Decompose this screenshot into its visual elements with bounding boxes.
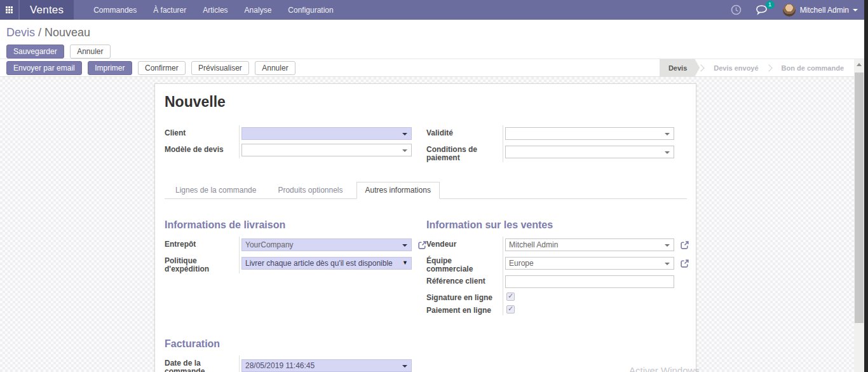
chevron-down-icon xyxy=(853,9,858,11)
chevron-right-icon xyxy=(698,64,705,71)
right-field-group: Validité Conditions de paiement xyxy=(426,125,687,162)
warehouse-label: Entrepôt xyxy=(165,237,239,253)
validity-field[interactable] xyxy=(505,127,674,140)
payment-terms-field[interactable] xyxy=(505,146,674,158)
apps-grid-icon xyxy=(6,6,13,13)
send-email-button[interactable]: Envoyer par email xyxy=(6,61,82,75)
client-label: Client xyxy=(165,125,239,142)
main-menu: Commandes À facturer Articles Analyse Co… xyxy=(85,0,342,20)
invoicing-section-title: Facturation xyxy=(165,338,426,350)
edit-controls: Sauvegarder Annuler xyxy=(6,45,868,59)
quotation-template-label: Modèle de devis xyxy=(165,142,239,158)
delivery-section-title: Informations de livraison xyxy=(165,219,426,231)
breadcrumb-separator: / xyxy=(35,26,44,39)
apps-menu-button[interactable] xyxy=(0,0,18,20)
activities-clock-icon[interactable] xyxy=(731,4,742,15)
user-menu[interactable]: Mitchell Admin xyxy=(800,6,849,15)
order-date-field[interactable]: 28/05/2019 11:46:45 xyxy=(241,359,412,372)
menu-configuration[interactable]: Configuration xyxy=(280,0,341,20)
messages-badge: 1 xyxy=(766,1,775,9)
tab-produits-optionnels[interactable]: Produits optionnels xyxy=(269,183,351,198)
statusbar: Envoyer par email Imprimer Confirmer Pré… xyxy=(0,59,868,77)
user-avatar[interactable] xyxy=(783,4,796,17)
scrollbar-up-arrow[interactable] xyxy=(854,59,864,69)
app-name[interactable]: Ventes xyxy=(20,0,74,20)
cancel-button[interactable]: Annuler xyxy=(255,61,295,75)
status-step-bon-de-commande[interactable]: Bon de commande xyxy=(773,59,853,77)
status-pipeline: Devis Devis envoyé Bon de commande xyxy=(660,59,853,77)
online-payment-label: Paiement en ligne xyxy=(426,303,503,315)
menu-commandes[interactable]: Commandes xyxy=(85,0,145,20)
delivery-section: Informations de livraison Entrepôt YourC… xyxy=(165,219,426,315)
quotation-template-field[interactable] xyxy=(241,144,412,156)
preview-button[interactable]: Prévisualiser xyxy=(191,61,249,75)
external-link-icon[interactable] xyxy=(680,259,689,268)
breadcrumb-parent-link[interactable]: Devis xyxy=(6,26,35,39)
validity-label: Validité xyxy=(426,125,503,142)
windows-activation-watermark: Activer Windows xyxy=(629,365,700,372)
salesperson-label: Vendeur xyxy=(426,237,503,253)
online-signature-label: Signature en ligne xyxy=(426,290,503,303)
external-link-icon[interactable] xyxy=(417,240,427,250)
sales-team-field[interactable]: Europe xyxy=(505,257,674,270)
menu-articles[interactable]: Articles xyxy=(194,0,236,20)
confirm-button[interactable]: Confirmer xyxy=(138,61,186,75)
breadcrumb: Devis / Nouveau xyxy=(6,26,868,39)
tab-autres-informations[interactable]: Autres informations xyxy=(356,182,440,199)
top-field-groups: Client Modèle de devis Validité Conditio… xyxy=(165,125,687,162)
discard-button[interactable]: Annuler xyxy=(70,45,110,59)
breadcrumb-bar: Devis / Nouveau Sauvegarder Annuler xyxy=(0,20,868,59)
triangle-up-icon xyxy=(857,63,862,66)
menu-analyse[interactable]: Analyse xyxy=(236,0,280,20)
vertical-scrollbar[interactable] xyxy=(854,59,864,372)
external-link-icon[interactable] xyxy=(680,240,689,250)
customer-reference-label: Référence client xyxy=(426,273,503,290)
print-button[interactable]: Imprimer xyxy=(88,61,132,75)
action-buttons: Envoyer par email Imprimer Confirmer Pré… xyxy=(6,61,299,75)
record-title: Nouvelle xyxy=(165,93,687,111)
tab-page-autres-informations: Informations de livraison Entrepôt YourC… xyxy=(165,219,687,372)
left-field-group: Client Modèle de devis xyxy=(165,125,426,162)
order-date-label: Date de la commande xyxy=(165,355,239,372)
status-step-devis[interactable]: Devis xyxy=(660,59,700,77)
payment-terms-label: Conditions de paiement xyxy=(426,142,503,162)
screen-right-edge xyxy=(864,0,868,372)
online-signature-checkbox[interactable] xyxy=(506,293,515,301)
scrollbar-thumb[interactable] xyxy=(855,72,864,323)
messages-icon[interactable]: 1 xyxy=(756,4,768,15)
form-sheet: Nouvelle Client Modèle de devis Validité… xyxy=(154,83,696,372)
tab-lignes-de-la-commande[interactable]: Lignes de la commande xyxy=(167,183,264,198)
sales-section: Information sur les ventes Vendeur Mitch… xyxy=(426,219,689,315)
content-area: Nouvelle Client Modèle de devis Validité… xyxy=(0,77,868,372)
select-arrow-icon: ▼ xyxy=(402,259,408,266)
warehouse-field[interactable]: YourCompany xyxy=(241,238,412,251)
menu-a-facturer[interactable]: À facturer xyxy=(145,0,194,20)
customer-reference-input[interactable] xyxy=(505,275,674,288)
sales-section-title: Information sur les ventes xyxy=(426,219,689,231)
status-step-devis-envoye[interactable]: Devis envoyé xyxy=(705,59,767,77)
salesperson-field[interactable]: Mitchell Admin xyxy=(505,238,674,251)
shipping-policy-select[interactable]: Livrer chaque article dès qu'il est disp… xyxy=(241,257,412,270)
sales-team-label: Équipe commerciale xyxy=(426,253,503,273)
shipping-policy-label: Politique d'expédition xyxy=(165,253,239,273)
notebook-tabs: Lignes de la commande Produits optionnel… xyxy=(165,182,687,199)
top-navbar: Ventes Commandes À facturer Articles Ana… xyxy=(0,0,868,20)
client-field[interactable] xyxy=(241,127,412,140)
nav-right: 1 Mitchell Admin xyxy=(717,0,868,20)
invoicing-section: Facturation Date de la commande 28/05/20… xyxy=(165,338,426,372)
breadcrumb-current: Nouveau xyxy=(44,26,90,39)
save-button[interactable]: Sauvegarder xyxy=(6,45,64,59)
online-payment-checkbox[interactable] xyxy=(506,305,515,313)
